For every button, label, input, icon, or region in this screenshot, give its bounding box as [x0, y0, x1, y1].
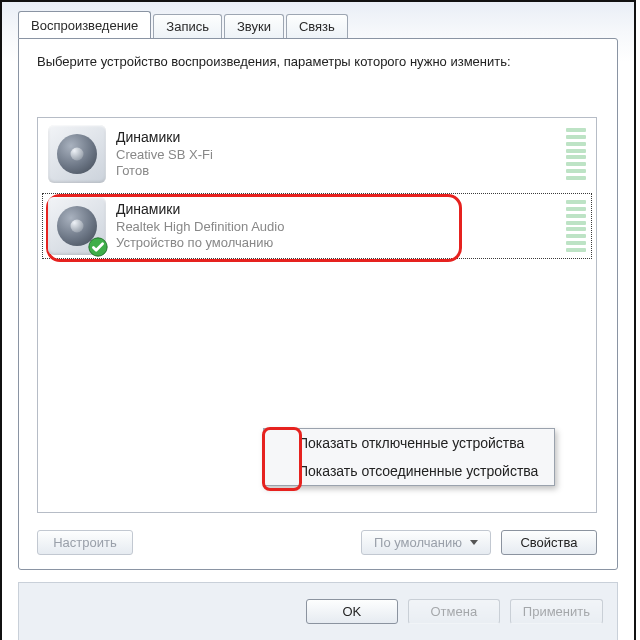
dialog-inner: Воспроизведение Запись Звуки Связь Выбер… [10, 10, 626, 640]
device-name: Динамики [116, 129, 560, 147]
level-meter [566, 128, 586, 180]
device-status: Готов [116, 163, 560, 179]
device-item[interactable]: Динамики Creative SB X-Fi Готов [38, 118, 596, 190]
device-driver: Creative SB X-Fi [116, 147, 560, 163]
sound-dialog: Воспроизведение Запись Звуки Связь Выбер… [0, 0, 636, 640]
device-labels: Динамики Creative SB X-Fi Готов [116, 129, 560, 179]
cancel-button[interactable]: Отмена [408, 599, 500, 624]
tab-playback[interactable]: Воспроизведение [18, 11, 151, 38]
level-meter [566, 200, 586, 252]
instruction-text: Выберите устройство воспроизведения, пар… [19, 39, 617, 81]
tab-sounds[interactable]: Звуки [224, 14, 284, 39]
speaker-icon [48, 197, 106, 255]
properties-button[interactable]: Свойства [501, 530, 597, 555]
tab-playback-panel: Выберите устройство воспроизведения, пар… [18, 38, 618, 570]
device-name: Динамики [116, 201, 560, 219]
device-action-bar: Настроить По умолчанию Свойства [37, 530, 597, 555]
ok-button[interactable]: OK [306, 599, 398, 624]
tab-recording[interactable]: Запись [153, 14, 222, 39]
context-menu: Показать отключенные устройства Показать… [263, 428, 555, 486]
configure-button: Настроить [37, 530, 133, 555]
menu-show-disconnected[interactable]: Показать отсоединенные устройства [264, 457, 554, 485]
device-status: Устройство по умолчанию [116, 235, 560, 251]
default-check-icon [87, 236, 109, 258]
tab-strip: Воспроизведение Запись Звуки Связь [10, 10, 626, 38]
apply-button[interactable]: Применить [510, 599, 603, 624]
device-driver: Realtek High Definition Audio [116, 219, 560, 235]
menu-show-disabled[interactable]: Показать отключенные устройства [264, 429, 554, 457]
device-labels: Динамики Realtek High Definition Audio У… [116, 201, 560, 251]
set-default-button: По умолчанию [361, 530, 491, 555]
device-list[interactable]: Динамики Creative SB X-Fi Готов Динамики… [37, 117, 597, 513]
tab-communications[interactable]: Связь [286, 14, 348, 39]
dialog-button-bar: OK Отмена Применить [18, 582, 618, 640]
device-item-selected[interactable]: Динамики Realtek High Definition Audio У… [38, 190, 596, 262]
speaker-icon [48, 125, 106, 183]
